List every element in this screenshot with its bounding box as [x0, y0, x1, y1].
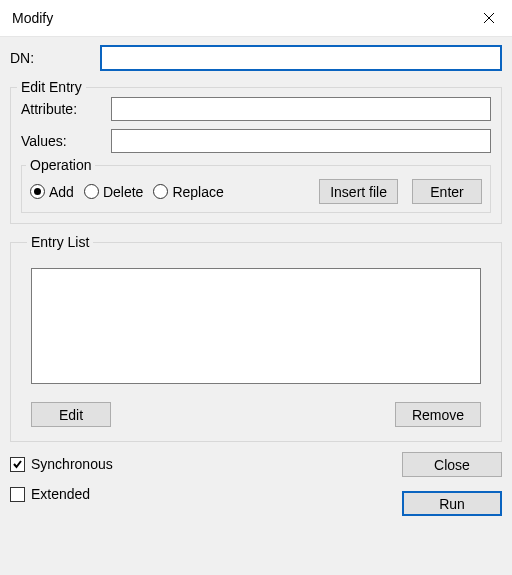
- edit-button[interactable]: Edit: [31, 402, 111, 427]
- entry-list-actions: Edit Remove: [31, 402, 481, 427]
- dialog-buttons: Close Run: [402, 452, 502, 516]
- radio-delete[interactable]: Delete: [84, 184, 143, 200]
- values-label: Values:: [21, 133, 111, 149]
- entry-listbox[interactable]: [31, 268, 481, 384]
- radio-delete-input[interactable]: [84, 184, 99, 199]
- radio-replace-label: Replace: [172, 184, 223, 200]
- enter-button[interactable]: Enter: [412, 179, 482, 204]
- window-title: Modify: [12, 10, 53, 26]
- radio-delete-label: Delete: [103, 184, 143, 200]
- run-button[interactable]: Run: [402, 491, 502, 516]
- titlebar: Modify: [0, 0, 512, 36]
- synchronous-checkbox[interactable]: Synchronous: [10, 456, 113, 472]
- values-row: Values:: [21, 129, 491, 153]
- radio-replace[interactable]: Replace: [153, 184, 223, 200]
- client-area: DN: Edit Entry Attribute: Values: Operat…: [0, 36, 512, 575]
- radio-add-input[interactable]: [30, 184, 45, 199]
- radio-add[interactable]: Add: [30, 184, 74, 200]
- remove-button[interactable]: Remove: [395, 402, 481, 427]
- extended-label: Extended: [31, 486, 90, 502]
- values-input[interactable]: [111, 129, 491, 153]
- attribute-input[interactable]: [111, 97, 491, 121]
- extended-checkbox-box[interactable]: [10, 487, 25, 502]
- bottom-bar: Synchronous Extended Close Run: [10, 452, 502, 516]
- close-button[interactable]: Close: [402, 452, 502, 477]
- checkbox-column: Synchronous Extended: [10, 452, 113, 502]
- entry-list-group: Entry List Edit Remove: [10, 234, 502, 442]
- radio-add-label: Add: [49, 184, 74, 200]
- operation-legend: Operation: [26, 157, 95, 173]
- radio-replace-input[interactable]: [153, 184, 168, 199]
- attribute-label: Attribute:: [21, 101, 111, 117]
- synchronous-checkbox-box[interactable]: [10, 457, 25, 472]
- synchronous-label: Synchronous: [31, 456, 113, 472]
- insert-file-button[interactable]: Insert file: [319, 179, 398, 204]
- dn-row: DN:: [10, 45, 502, 71]
- close-icon[interactable]: [466, 0, 512, 36]
- edit-entry-legend: Edit Entry: [17, 79, 86, 95]
- modify-dialog: Modify DN: Edit Entry Attribute: Values:…: [0, 0, 512, 575]
- attribute-row: Attribute:: [21, 97, 491, 121]
- operation-group: Operation Add Delete Replace Insert file…: [21, 157, 491, 213]
- dn-input[interactable]: [100, 45, 502, 71]
- extended-checkbox[interactable]: Extended: [10, 486, 113, 502]
- edit-entry-group: Edit Entry Attribute: Values: Operation …: [10, 79, 502, 224]
- dn-label: DN:: [10, 50, 100, 66]
- entry-list-legend: Entry List: [27, 234, 93, 250]
